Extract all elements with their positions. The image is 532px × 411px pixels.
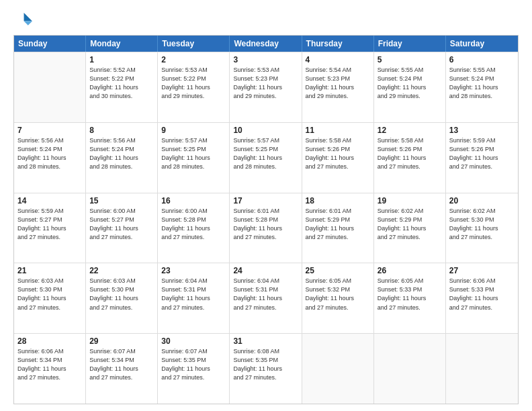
calendar-cell: 15Sunrise: 6:00 AM Sunset: 5:27 PM Dayli…: [86, 193, 158, 263]
day-info: Sunrise: 5:59 AM Sunset: 5:26 PM Dayligh…: [449, 136, 515, 171]
day-info: Sunrise: 5:55 AM Sunset: 5:24 PM Dayligh…: [378, 66, 442, 101]
day-number: 25: [306, 266, 370, 275]
day-info: Sunrise: 6:07 AM Sunset: 5:35 PM Dayligh…: [161, 347, 226, 382]
day-info: Sunrise: 6:05 AM Sunset: 5:32 PM Dayligh…: [306, 277, 370, 312]
day-info: Sunrise: 5:58 AM Sunset: 5:26 PM Dayligh…: [378, 136, 442, 171]
calendar-cell: 24Sunrise: 6:04 AM Sunset: 5:31 PM Dayli…: [230, 263, 302, 333]
day-number: 29: [89, 336, 154, 346]
calendar-cell: 13Sunrise: 5:59 AM Sunset: 5:26 PM Dayli…: [446, 123, 518, 193]
calendar-cell: 1Sunrise: 5:52 AM Sunset: 5:22 PM Daylig…: [86, 52, 158, 122]
calendar-cell: 9Sunrise: 5:57 AM Sunset: 5:25 PM Daylig…: [158, 123, 230, 193]
calendar-cell: [374, 334, 446, 404]
calendar-cell: 6Sunrise: 5:55 AM Sunset: 5:24 PM Daylig…: [446, 52, 518, 122]
calendar-header-cell: Thursday: [302, 36, 374, 52]
calendar-week: 14Sunrise: 5:59 AM Sunset: 5:27 PM Dayli…: [14, 193, 518, 263]
calendar-header-cell: Sunday: [14, 36, 86, 52]
day-number: 10: [233, 126, 298, 135]
day-number: 2: [161, 55, 226, 64]
header: [13, 11, 519, 30]
calendar-cell: 3Sunrise: 5:53 AM Sunset: 5:23 PM Daylig…: [230, 52, 302, 122]
day-number: 21: [17, 266, 82, 275]
day-info: Sunrise: 6:00 AM Sunset: 5:28 PM Dayligh…: [161, 207, 226, 242]
day-number: 18: [306, 196, 370, 205]
calendar-cell: 22Sunrise: 6:03 AM Sunset: 5:30 PM Dayli…: [86, 263, 158, 333]
day-info: Sunrise: 6:01 AM Sunset: 5:28 PM Dayligh…: [233, 207, 298, 242]
day-number: 19: [378, 196, 442, 205]
day-number: 14: [17, 196, 82, 205]
calendar-cell: 20Sunrise: 6:02 AM Sunset: 5:30 PM Dayli…: [446, 193, 518, 263]
day-info: Sunrise: 5:56 AM Sunset: 5:24 PM Dayligh…: [89, 136, 154, 171]
day-info: Sunrise: 5:58 AM Sunset: 5:26 PM Dayligh…: [306, 136, 370, 171]
day-info: Sunrise: 6:03 AM Sunset: 5:30 PM Dayligh…: [89, 277, 154, 312]
day-number: 31: [233, 336, 298, 346]
calendar-week: 21Sunrise: 6:03 AM Sunset: 5:30 PM Dayli…: [14, 263, 518, 333]
calendar-cell: 28Sunrise: 6:06 AM Sunset: 5:34 PM Dayli…: [14, 334, 86, 404]
calendar-cell: 11Sunrise: 5:58 AM Sunset: 5:26 PM Dayli…: [302, 123, 374, 193]
day-number: 15: [89, 196, 154, 205]
day-number: 3: [233, 55, 298, 64]
day-number: 6: [449, 55, 515, 64]
svg-marker-1: [24, 21, 32, 26]
day-info: Sunrise: 6:02 AM Sunset: 5:30 PM Dayligh…: [449, 207, 515, 242]
calendar-cell: 18Sunrise: 6:01 AM Sunset: 5:29 PM Dayli…: [302, 193, 374, 263]
day-number: 30: [161, 336, 226, 346]
day-number: 28: [17, 336, 82, 346]
day-info: Sunrise: 6:06 AM Sunset: 5:33 PM Dayligh…: [449, 277, 515, 312]
day-info: Sunrise: 6:07 AM Sunset: 5:34 PM Dayligh…: [89, 347, 154, 382]
day-info: Sunrise: 6:04 AM Sunset: 5:31 PM Dayligh…: [233, 277, 298, 312]
calendar: SundayMondayTuesdayWednesdayThursdayFrid…: [13, 35, 519, 404]
calendar-cell: 5Sunrise: 5:55 AM Sunset: 5:24 PM Daylig…: [374, 52, 446, 122]
day-number: 24: [233, 266, 298, 275]
calendar-cell: [14, 52, 86, 122]
page: SundayMondayTuesdayWednesdayThursdayFrid…: [0, 0, 532, 411]
calendar-header-cell: Tuesday: [158, 36, 230, 52]
day-info: Sunrise: 6:01 AM Sunset: 5:29 PM Dayligh…: [306, 207, 370, 242]
day-info: Sunrise: 5:53 AM Sunset: 5:23 PM Dayligh…: [233, 66, 298, 101]
calendar-cell: 29Sunrise: 6:07 AM Sunset: 5:34 PM Dayli…: [86, 334, 158, 404]
day-number: 17: [233, 196, 298, 205]
day-number: 20: [449, 196, 515, 205]
day-info: Sunrise: 5:57 AM Sunset: 5:25 PM Dayligh…: [233, 136, 298, 171]
day-number: 22: [89, 266, 154, 275]
calendar-cell: 30Sunrise: 6:07 AM Sunset: 5:35 PM Dayli…: [158, 334, 230, 404]
day-number: 4: [306, 55, 370, 64]
calendar-cell: 27Sunrise: 6:06 AM Sunset: 5:33 PM Dayli…: [446, 263, 518, 333]
day-number: 23: [161, 266, 226, 275]
day-number: 26: [378, 266, 442, 275]
day-number: 8: [89, 126, 154, 135]
day-info: Sunrise: 5:56 AM Sunset: 5:24 PM Dayligh…: [17, 136, 82, 171]
calendar-header-cell: Friday: [374, 36, 446, 52]
calendar-week: 1Sunrise: 5:52 AM Sunset: 5:22 PM Daylig…: [14, 52, 518, 122]
calendar-header-cell: Wednesday: [230, 36, 302, 52]
day-number: 12: [378, 126, 442, 135]
day-number: 27: [449, 266, 515, 275]
day-number: 5: [378, 55, 442, 64]
calendar-cell: 7Sunrise: 5:56 AM Sunset: 5:24 PM Daylig…: [14, 123, 86, 193]
logo-icon: [13, 11, 32, 30]
calendar-cell: 23Sunrise: 6:04 AM Sunset: 5:31 PM Dayli…: [158, 263, 230, 333]
calendar-body: 1Sunrise: 5:52 AM Sunset: 5:22 PM Daylig…: [14, 52, 518, 404]
calendar-cell: 14Sunrise: 5:59 AM Sunset: 5:27 PM Dayli…: [14, 193, 86, 263]
day-info: Sunrise: 6:04 AM Sunset: 5:31 PM Dayligh…: [161, 277, 226, 312]
calendar-cell: 2Sunrise: 5:53 AM Sunset: 5:22 PM Daylig…: [158, 52, 230, 122]
day-info: Sunrise: 5:59 AM Sunset: 5:27 PM Dayligh…: [17, 207, 82, 242]
day-info: Sunrise: 6:05 AM Sunset: 5:33 PM Dayligh…: [378, 277, 442, 312]
calendar-cell: 19Sunrise: 6:02 AM Sunset: 5:29 PM Dayli…: [374, 193, 446, 263]
logo: [13, 11, 35, 30]
day-info: Sunrise: 6:08 AM Sunset: 5:35 PM Dayligh…: [233, 347, 298, 382]
day-number: 7: [17, 126, 82, 135]
calendar-cell: 31Sunrise: 6:08 AM Sunset: 5:35 PM Dayli…: [230, 334, 302, 404]
calendar-week: 28Sunrise: 6:06 AM Sunset: 5:34 PM Dayli…: [14, 333, 518, 404]
calendar-cell: 4Sunrise: 5:54 AM Sunset: 5:23 PM Daylig…: [302, 52, 374, 122]
calendar-header-row: SundayMondayTuesdayWednesdayThursdayFrid…: [14, 36, 518, 52]
calendar-cell: 17Sunrise: 6:01 AM Sunset: 5:28 PM Dayli…: [230, 193, 302, 263]
calendar-cell: 21Sunrise: 6:03 AM Sunset: 5:30 PM Dayli…: [14, 263, 86, 333]
calendar-cell: 25Sunrise: 6:05 AM Sunset: 5:32 PM Dayli…: [302, 263, 374, 333]
calendar-cell: 10Sunrise: 5:57 AM Sunset: 5:25 PM Dayli…: [230, 123, 302, 193]
day-info: Sunrise: 6:02 AM Sunset: 5:29 PM Dayligh…: [378, 207, 442, 242]
calendar-cell: 16Sunrise: 6:00 AM Sunset: 5:28 PM Dayli…: [158, 193, 230, 263]
day-number: 13: [449, 126, 515, 135]
day-number: 1: [89, 55, 154, 64]
day-info: Sunrise: 6:03 AM Sunset: 5:30 PM Dayligh…: [17, 277, 82, 312]
day-info: Sunrise: 5:57 AM Sunset: 5:25 PM Dayligh…: [161, 136, 226, 171]
